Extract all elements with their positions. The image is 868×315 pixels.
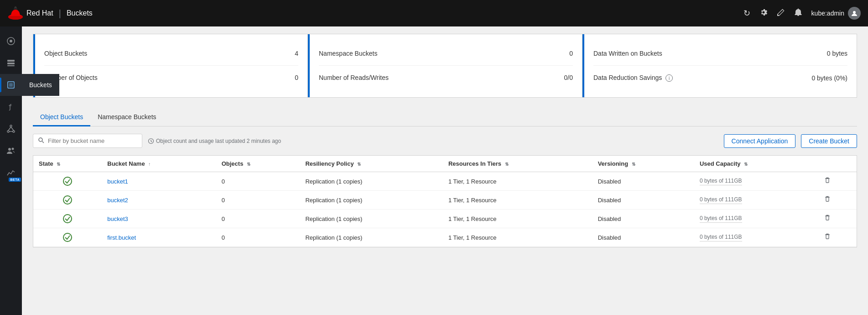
svg-line-19: [42, 142, 44, 143]
stat-label-object-buckets: Object Buckets: [44, 50, 87, 57]
sidebar-item-buckets[interactable]: Buckets: [0, 74, 22, 96]
svg-rect-8: [9, 83, 13, 87]
stat-value-data-reduction: 0 bytes (0%): [811, 74, 847, 82]
sort-icon-objects[interactable]: ⇅: [247, 162, 250, 167]
search-input[interactable]: [48, 137, 137, 144]
tab-object-buckets[interactable]: Object Buckets: [33, 109, 90, 126]
stat-value-num-objects: 0: [295, 74, 298, 81]
col-resources: Resources In Tiers ⇅: [443, 156, 593, 172]
svg-line-13: [8, 127, 11, 131]
svg-text:ƒ: ƒ: [8, 103, 12, 110]
row-state: [33, 172, 102, 191]
bucket-name-link[interactable]: first.bucket: [107, 234, 136, 241]
data-reduction-info-icon[interactable]: i: [665, 74, 673, 82]
stat-row-object-buckets: Object Buckets 4: [44, 42, 298, 65]
delete-bucket-icon[interactable]: [824, 234, 831, 242]
stat-value-namespace-buckets: 0: [569, 50, 573, 57]
sidebar-item-dashboard[interactable]: [0, 30, 22, 52]
username-label: kube:admin: [811, 10, 844, 17]
svg-point-3: [10, 40, 12, 42]
buckets-table: State ⇅ Bucket Name ↑ Objects ⇅ Resili: [33, 155, 857, 247]
state-ready-icon: [63, 195, 72, 205]
row-resiliency: Replication (1 copies): [300, 172, 443, 191]
row-resiliency: Replication (1 copies): [300, 228, 443, 247]
stat-label-data-written: Data Written on Buckets: [593, 50, 662, 57]
row-resources: 1 Tier, 1 Resource: [443, 172, 593, 191]
svg-point-18: [39, 138, 42, 142]
row-versioning: Disabled: [593, 228, 694, 247]
create-bucket-button[interactable]: Create Bucket: [801, 134, 857, 148]
stat-card-namespace-buckets: Namespace Buckets 0 Number of Reads/Writ…: [308, 34, 582, 97]
connect-application-button[interactable]: Connect Application: [724, 134, 796, 148]
sort-icon-resiliency[interactable]: ⇅: [357, 162, 361, 167]
sidebar: Buckets ƒ BETA: [0, 26, 22, 315]
bell-icon[interactable]: [794, 8, 802, 19]
user-avatar: [848, 7, 861, 20]
row-bucket-name: bucket3: [102, 210, 216, 228]
sidebar-item-users[interactable]: [0, 140, 22, 162]
table-row: bucket2 0 Replication (1 copies) 1 Tier,…: [33, 191, 857, 210]
row-delete-action: [818, 191, 857, 210]
row-delete-action: [818, 228, 857, 247]
stat-row-data-written: Data Written on Buckets 0 bytes: [593, 42, 847, 65]
search-box[interactable]: [33, 134, 142, 148]
user-menu[interactable]: kube:admin: [811, 7, 861, 20]
sidebar-item-functions[interactable]: ƒ: [0, 96, 22, 118]
sidebar-item-analytics[interactable]: BETA: [0, 162, 22, 184]
table-row: bucket1 0 Replication (1 copies) 1 Tier,…: [33, 172, 857, 191]
svg-rect-4: [7, 60, 15, 62]
row-delete-action: [818, 172, 857, 191]
svg-rect-23: [826, 216, 829, 220]
delete-bucket-icon[interactable]: [824, 196, 831, 204]
stat-row-namespace-buckets: Namespace Buckets 0: [319, 42, 573, 65]
col-versioning: Versioning ⇅: [593, 156, 694, 172]
stat-card-data-written: Data Written on Buckets 0 bytes Data Red…: [582, 34, 857, 97]
main-content: Object Buckets 4 Number of Objects 0 Nam…: [22, 26, 868, 315]
capacity-value: 0 bytes of 111GB: [700, 234, 742, 242]
row-versioning: Disabled: [593, 210, 694, 228]
row-resiliency: Replication (1 copies): [300, 191, 443, 210]
refresh-icon[interactable]: ↻: [743, 8, 750, 18]
state-ready-icon: [63, 177, 72, 186]
sidebar-item-storage[interactable]: [0, 52, 22, 74]
row-versioning: Disabled: [593, 172, 694, 191]
stat-value-object-buckets: 4: [295, 50, 298, 57]
bucket-name-link[interactable]: bucket1: [107, 178, 128, 185]
sort-icon-capacity[interactable]: ⇅: [744, 162, 748, 167]
update-notice: Object count and usage last updated 2 mi…: [148, 138, 281, 144]
sort-icon-bucket-name[interactable]: ↑: [148, 162, 151, 167]
svg-rect-5: [7, 63, 15, 64]
sort-icon-state[interactable]: ⇅: [57, 162, 60, 167]
stat-row-num-objects: Number of Objects 0: [44, 65, 298, 89]
row-resiliency: Replication (1 copies): [300, 210, 443, 228]
search-icon: [38, 137, 44, 145]
nav-separator: |: [59, 8, 61, 19]
tab-namespace-buckets[interactable]: Namespace Buckets: [90, 109, 163, 126]
stat-row-reads-writes: Number of Reads/Writes 0/0: [319, 65, 573, 89]
sort-icon-versioning[interactable]: ⇅: [632, 162, 635, 167]
row-objects: 0: [216, 210, 300, 228]
brand-logo[interactable]: Red Hat: [7, 5, 53, 21]
top-navigation: Red Hat | Buckets ↻ kube:admin: [0, 0, 868, 26]
col-capacity: Used Capacity ⇅: [694, 156, 818, 172]
table-row: bucket3 0 Replication (1 copies) 1 Tier,…: [33, 210, 857, 228]
row-capacity: 0 bytes of 111GB: [694, 191, 818, 210]
delete-bucket-icon[interactable]: [824, 215, 831, 223]
svg-line-14: [11, 127, 14, 131]
svg-rect-6: [7, 65, 15, 66]
delete-bucket-icon[interactable]: [824, 178, 831, 185]
bucket-name-link[interactable]: bucket3: [107, 215, 128, 222]
edit-icon[interactable]: [777, 8, 785, 19]
redhat-hat-icon: [7, 5, 24, 21]
row-capacity: 0 bytes of 111GB: [694, 172, 818, 191]
svg-rect-21: [826, 178, 829, 183]
sort-icon-resources[interactable]: ⇅: [505, 162, 509, 167]
svg-rect-22: [826, 197, 829, 201]
bucket-name-link[interactable]: bucket2: [107, 197, 128, 204]
sidebar-item-topology[interactable]: [0, 118, 22, 140]
state-ready-icon: [63, 214, 72, 223]
nav-icons-group: ↻ kube:admin: [743, 7, 861, 20]
settings-icon[interactable]: [759, 8, 768, 19]
row-versioning: Disabled: [593, 191, 694, 210]
stat-label-namespace-buckets: Namespace Buckets: [319, 50, 377, 57]
